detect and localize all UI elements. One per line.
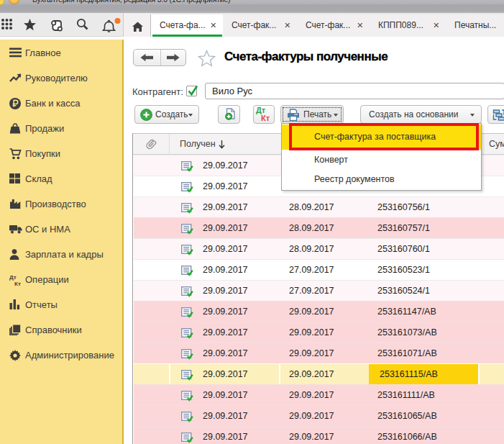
svg-text:Кт: Кт	[14, 281, 21, 286]
